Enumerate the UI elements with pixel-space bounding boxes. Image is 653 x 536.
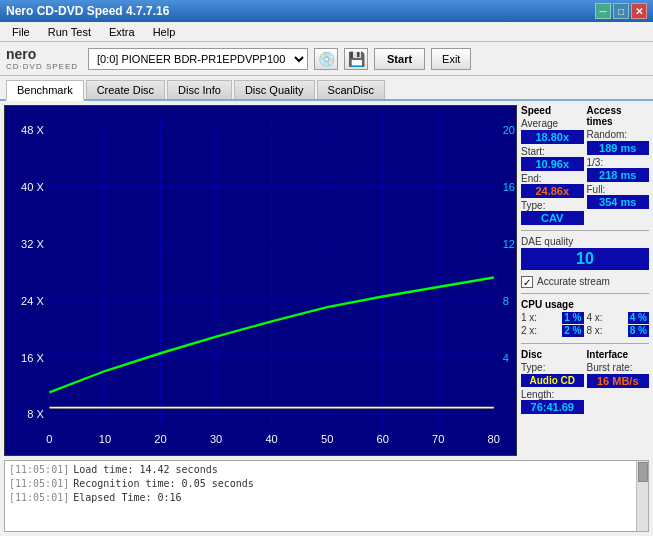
cpu-col1: 1 x: 1 % 2 x: 2 %	[521, 312, 584, 338]
full-value: 354 ms	[587, 195, 650, 209]
main-area: Benchmark Create Disc Disc Info Disc Qua…	[0, 76, 653, 536]
svg-text:16 X: 16 X	[21, 351, 44, 363]
log-line: [11:05:01] Elapsed Time: 0:16	[9, 491, 644, 505]
end-label: End:	[521, 173, 542, 184]
log-text-3: Elapsed Time: 0:16	[73, 491, 181, 505]
benchmark-chart: 48 X 40 X 32 X 24 X 16 X 8 X 20 16 12 8 …	[5, 106, 516, 455]
menu-help[interactable]: Help	[145, 24, 184, 40]
accurate-stream-row: ✓ Accurate stream	[521, 276, 649, 288]
log-time-2: [11:05:01]	[9, 477, 69, 491]
cpu-title: CPU usage	[521, 299, 649, 310]
log-text-1: Load time: 14.42 seconds	[73, 463, 218, 477]
svg-text:80: 80	[488, 433, 500, 445]
log-text-2: Recognition time: 0.05 seconds	[73, 477, 254, 491]
drive-select[interactable]: [0:0] PIONEER BDR-PR1EPDVPP100 1.01	[88, 48, 308, 70]
menu-file[interactable]: File	[4, 24, 38, 40]
accurate-stream-label: Accurate stream	[537, 276, 610, 287]
divider3	[521, 343, 649, 344]
random-value: 189 ms	[587, 141, 650, 155]
svg-text:16: 16	[503, 181, 515, 193]
cpu-1x-label: 1 x:	[521, 312, 537, 323]
cpu-4x-label: 4 x:	[587, 312, 603, 323]
chart-area: 48 X 40 X 32 X 24 X 16 X 8 X 20 16 12 8 …	[4, 105, 517, 456]
svg-text:70: 70	[432, 433, 444, 445]
start-label: Start:	[521, 146, 545, 157]
interface-title: Interface	[587, 349, 650, 360]
full-label: Full:	[587, 184, 606, 195]
svg-text:48 X: 48 X	[21, 124, 44, 136]
tab-scan-disc[interactable]: ScanDisc	[317, 80, 385, 99]
type-value: CAV	[521, 211, 584, 225]
speed-title: Speed	[521, 105, 584, 116]
cpu-values: 1 x: 1 % 2 x: 2 % 4 x: 4 %	[521, 312, 649, 338]
disc-type-value: Audio CD	[521, 374, 584, 387]
cpu-8x-val: 8 %	[628, 325, 649, 337]
tab-disc-info[interactable]: Disc Info	[167, 80, 232, 99]
divider1	[521, 230, 649, 231]
window-controls: ─ □ ✕	[595, 3, 647, 19]
svg-text:12: 12	[503, 238, 515, 250]
log-time-1: [11:05:01]	[9, 463, 69, 477]
log-scrollbar[interactable]	[636, 461, 648, 531]
accurate-stream-checkbox[interactable]: ✓	[521, 276, 533, 288]
log-content: [11:05:01] Load time: 14.42 seconds [11:…	[5, 461, 648, 507]
toolbar: nero CD·DVD SPEED [0:0] PIONEER BDR-PR1E…	[0, 42, 653, 76]
log-line: [11:05:01] Recognition time: 0.05 second…	[9, 477, 644, 491]
save-icon-button[interactable]: 💾	[344, 48, 368, 70]
exit-button[interactable]: Exit	[431, 48, 471, 70]
svg-text:50: 50	[321, 433, 333, 445]
dae-value: 10	[521, 248, 649, 270]
tab-create-disc[interactable]: Create Disc	[86, 80, 165, 99]
svg-text:60: 60	[377, 433, 389, 445]
end-value: 24.86x	[521, 184, 584, 198]
dae-section: DAE quality 10	[521, 236, 649, 270]
divider2	[521, 293, 649, 294]
burst-value: 16 MB/s	[587, 374, 650, 388]
cpu-1x-val: 1 %	[562, 312, 583, 324]
content-area: 48 X 40 X 32 X 24 X 16 X 8 X 20 16 12 8 …	[0, 101, 653, 460]
svg-text:40: 40	[265, 433, 277, 445]
svg-text:40 X: 40 X	[21, 181, 44, 193]
access-section: Access times Random: 189 ms 1/3: 218 ms …	[587, 105, 650, 225]
svg-text:20: 20	[154, 433, 166, 445]
close-button[interactable]: ✕	[631, 3, 647, 19]
disc-section: Disc Type: Audio CD Length: 76:41.69	[521, 349, 584, 414]
right-panel: Speed Average 18.80x Start: 10.96x End: …	[521, 105, 649, 456]
burst-label: Burst rate:	[587, 362, 650, 373]
log-area: [11:05:01] Load time: 14.42 seconds [11:…	[4, 460, 649, 532]
disc-icon-button[interactable]: 💿	[314, 48, 338, 70]
svg-text:8: 8	[503, 294, 509, 306]
log-time-3: [11:05:01]	[9, 491, 69, 505]
log-line: [11:05:01] Load time: 14.42 seconds	[9, 463, 644, 477]
svg-text:30: 30	[210, 433, 222, 445]
tab-benchmark[interactable]: Benchmark	[6, 80, 84, 101]
nero-logo-text: nero	[6, 46, 36, 62]
cpu-col2: 4 x: 4 % 8 x: 8 %	[587, 312, 650, 338]
random-label: Random:	[587, 129, 650, 140]
tab-disc-quality[interactable]: Disc Quality	[234, 80, 315, 99]
menu-bar: File Run Test Extra Help	[0, 22, 653, 42]
menu-extra[interactable]: Extra	[101, 24, 143, 40]
svg-text:10: 10	[99, 433, 111, 445]
speed-section: Speed Average 18.80x Start: 10.96x End: …	[521, 105, 584, 225]
maximize-button[interactable]: □	[613, 3, 629, 19]
nero-logo-sub: CD·DVD SPEED	[6, 62, 78, 71]
cpu-2x-val: 2 %	[562, 325, 583, 337]
log-scroll-thumb[interactable]	[638, 462, 648, 482]
cpu-8x-label: 8 x:	[587, 325, 603, 336]
menu-run-test[interactable]: Run Test	[40, 24, 99, 40]
svg-rect-0	[5, 106, 516, 455]
cpu-4x-val: 4 %	[628, 312, 649, 324]
svg-text:32 X: 32 X	[21, 238, 44, 250]
minimize-button[interactable]: ─	[595, 3, 611, 19]
disc-type-label: Type:	[521, 362, 584, 373]
average-value: 18.80x	[521, 130, 584, 144]
start-value: 10.96x	[521, 157, 584, 171]
start-button[interactable]: Start	[374, 48, 425, 70]
svg-text:8 X: 8 X	[27, 408, 44, 420]
window-title: Nero CD-DVD Speed 4.7.7.16	[6, 4, 169, 18]
type-label: Type:	[521, 200, 545, 211]
interface-section: Interface Burst rate: 16 MB/s	[587, 349, 650, 414]
tab-bar: Benchmark Create Disc Disc Info Disc Qua…	[0, 76, 653, 101]
cpu-2x-label: 2 x:	[521, 325, 537, 336]
